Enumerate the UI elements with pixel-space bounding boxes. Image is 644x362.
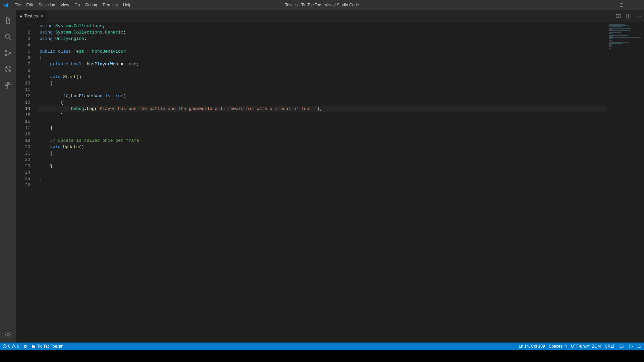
code-line[interactable]: [37, 157, 607, 163]
editor-area: ● Test.cs × 1234567891011121314151617181…: [16, 10, 644, 343]
editor-wrap: 1234567891011121314151617181920212223242…: [16, 22, 644, 343]
code-editor[interactable]: using System.Collections;using System.Co…: [37, 22, 607, 343]
code-line[interactable]: [37, 67, 607, 74]
svg-point-7: [5, 54, 7, 56]
status-sync[interactable]: [23, 344, 28, 349]
svg-rect-11: [5, 82, 8, 85]
svg-line-10: [6, 67, 10, 71]
code-line[interactable]: }: [37, 125, 607, 131]
editor-tabs: ● Test.cs ×: [16, 10, 644, 22]
svg-rect-1: [620, 3, 623, 7]
code-line[interactable]: void Update(): [37, 144, 607, 150]
status-bar: 0 0 Tic Tac Toe.sln Ln 14, Col 109 Space…: [0, 343, 644, 350]
dirty-indicator-icon: ●: [19, 13, 22, 19]
svg-point-20: [638, 15, 639, 16]
code-line[interactable]: using UnityEngine;: [37, 36, 607, 42]
close-button[interactable]: [629, 0, 644, 10]
title-bar: FileEditSelectionViewGoDebugTerminalHelp…: [0, 0, 644, 10]
code-line[interactable]: void Start(): [37, 74, 607, 80]
svg-rect-13: [5, 85, 8, 88]
debug-icon[interactable]: [0, 61, 16, 77]
extensions-icon[interactable]: [0, 77, 16, 93]
status-indent[interactable]: Spaces: 4: [549, 344, 567, 349]
tab-close-icon[interactable]: ×: [40, 13, 44, 19]
status-problems[interactable]: 0 0: [3, 344, 19, 349]
window-controls: [599, 0, 644, 10]
menu-file[interactable]: File: [12, 0, 23, 10]
menu-debug[interactable]: Debug: [83, 0, 100, 10]
settings-gear-icon[interactable]: [0, 326, 16, 343]
code-line[interactable]: [37, 42, 607, 48]
code-line[interactable]: [37, 169, 607, 176]
status-language[interactable]: C#: [620, 344, 625, 349]
error-count: 0: [8, 344, 10, 349]
menu-bar: FileEditSelectionViewGoDebugTerminalHelp: [12, 0, 134, 10]
code-line[interactable]: using System.Collections;: [37, 23, 607, 29]
main-area: ● Test.cs × 1234567891011121314151617181…: [0, 10, 644, 343]
minimap[interactable]: [607, 22, 644, 343]
svg-rect-12: [8, 82, 11, 85]
search-icon[interactable]: [0, 29, 16, 45]
svg-point-19: [637, 15, 638, 16]
code-line[interactable]: private bool _hasPlayerWon = true;: [37, 61, 607, 67]
compare-changes-icon[interactable]: [616, 13, 621, 19]
code-line[interactable]: }: [37, 163, 607, 169]
status-feedback-icon[interactable]: [629, 344, 633, 349]
code-line[interactable]: public class Test : MonoBehaviour: [37, 48, 607, 55]
solution-name: Tic Tac Toe.sln: [37, 344, 63, 349]
code-line[interactable]: Debug.Log("Player has won the battle and…: [37, 106, 607, 112]
editor-actions: [616, 10, 644, 22]
svg-point-6: [5, 50, 7, 52]
status-bell-icon[interactable]: [637, 344, 641, 349]
code-line[interactable]: {: [37, 99, 607, 106]
menu-edit[interactable]: Edit: [23, 0, 36, 10]
bottom-letterbox: [0, 350, 644, 362]
status-solution[interactable]: Tic Tac Toe.sln: [32, 344, 63, 349]
tab-label: Test.cs: [24, 13, 38, 18]
source-control-icon[interactable]: [0, 45, 16, 61]
menu-go[interactable]: Go: [72, 0, 83, 10]
explorer-icon[interactable]: [0, 13, 16, 29]
code-line[interactable]: {: [37, 55, 607, 61]
warning-count: 0: [17, 344, 19, 349]
menu-selection[interactable]: Selection: [36, 0, 58, 10]
svg-point-25: [630, 346, 630, 346]
menu-view[interactable]: View: [58, 0, 72, 10]
svg-rect-15: [616, 14, 618, 18]
code-line[interactable]: [37, 182, 607, 188]
menu-terminal[interactable]: Terminal: [100, 0, 120, 10]
svg-line-5: [9, 38, 11, 40]
status-encoding[interactable]: UTF-8 with BOM: [571, 344, 601, 349]
status-cursor[interactable]: Ln 14, Col 109: [519, 344, 545, 349]
code-line[interactable]: }: [37, 112, 607, 118]
code-line[interactable]: if(_hasPlayerWon is true): [37, 93, 607, 99]
tab-test-cs[interactable]: ● Test.cs ×: [16, 10, 48, 22]
svg-point-26: [631, 346, 631, 346]
svg-point-14: [7, 334, 9, 336]
svg-rect-16: [619, 14, 621, 18]
svg-point-8: [9, 52, 11, 54]
activity-bar: [0, 10, 16, 343]
code-line[interactable]: using System.Collections.Generic;: [37, 29, 607, 36]
code-line[interactable]: {: [37, 150, 607, 157]
code-line[interactable]: {: [37, 80, 607, 86]
code-line[interactable]: // Update is called once per frame: [37, 137, 607, 144]
code-line[interactable]: [37, 118, 607, 125]
svg-rect-0: [605, 5, 608, 5]
code-line[interactable]: [37, 131, 607, 137]
menu-help[interactable]: Help: [120, 0, 134, 10]
split-editor-icon[interactable]: [626, 13, 631, 19]
maximize-button[interactable]: [614, 0, 629, 10]
code-line[interactable]: [37, 86, 607, 93]
minimize-button[interactable]: [599, 0, 614, 10]
svg-line-23: [4, 345, 6, 347]
svg-point-24: [629, 345, 633, 348]
line-number-gutter: 1234567891011121314151617181920212223242…: [16, 22, 37, 343]
vscode-logo-icon: [0, 2, 12, 8]
code-line[interactable]: }: [37, 176, 607, 182]
svg-point-4: [5, 34, 9, 38]
svg-point-21: [640, 15, 641, 16]
more-actions-icon[interactable]: [636, 13, 641, 19]
status-eol[interactable]: CRLF: [605, 344, 615, 349]
